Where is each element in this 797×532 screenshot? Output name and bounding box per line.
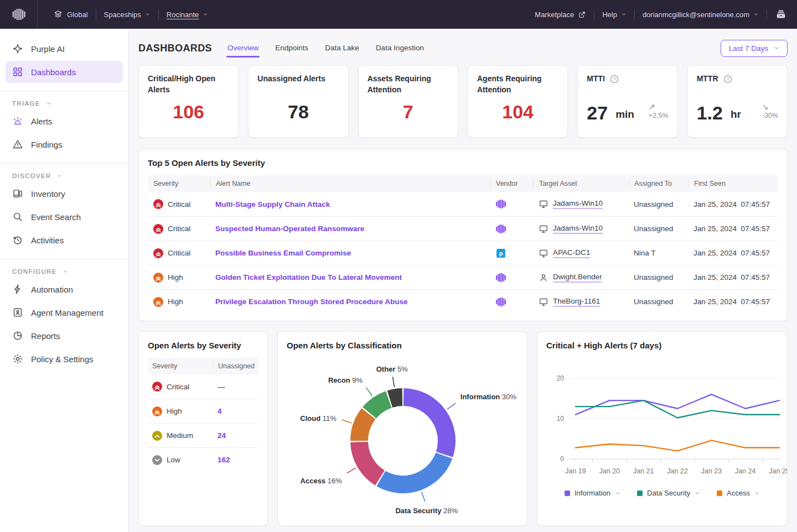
x-axis-label: Jan 25 (769, 467, 788, 475)
target-asset-link[interactable]: Dwight.Bender (553, 273, 602, 283)
severity-table-body: Critical — High 4 Medium 24 Low 162 (148, 374, 258, 472)
column-header-first-seen: First Seen (688, 179, 778, 188)
question-circle-icon[interactable]: ? (723, 74, 733, 84)
sidebar-item-automation[interactable]: Automation (6, 278, 123, 300)
account-selector[interactable]: Spaceships (104, 11, 151, 19)
x-axis-label: Jan 22 (667, 467, 688, 475)
delta-value: +2.5% (649, 112, 669, 121)
y-axis-tick-label: 10 (557, 415, 565, 423)
alert-name-link[interactable]: Golden Ticket Exploitation Due To Latera… (215, 273, 402, 281)
legend-swatch (565, 491, 570, 496)
kpi-value: 104 (502, 101, 534, 123)
layers-icon (53, 9, 63, 19)
sentinelone-logo[interactable] (0, 0, 38, 29)
time-range-button[interactable]: Last 7 Days (721, 40, 788, 57)
sentinelone-vendor-icon (495, 223, 506, 234)
site-selector[interactable]: Rocinante (167, 11, 209, 19)
alert-name-link[interactable]: Multi-Stage Supply Chain Attack (215, 200, 330, 208)
sidebar-item-inventory[interactable]: Inventory (6, 182, 123, 205)
x-axis-label: Jan 24 (735, 467, 756, 475)
legend-item-access[interactable]: Access (717, 489, 760, 497)
severity-row: High 4 (148, 399, 258, 423)
legend-label: Information (575, 489, 610, 497)
unassigned-count-link[interactable]: 4 (213, 407, 258, 415)
severity-label: Critical (167, 383, 189, 391)
target-asset-link[interactable]: Jadams-Win10 (553, 199, 603, 209)
sidebar-item-activities[interactable]: Activities (6, 229, 123, 251)
metric-delta: ↗ +2.5% (649, 102, 669, 122)
scope-global-label: Global (67, 11, 88, 19)
card-title: Open Alerts by Classification (287, 341, 518, 350)
help-menu[interactable]: Help (602, 11, 627, 19)
sidebar-item-label: Automation (31, 285, 73, 294)
severity-badge-icon (153, 273, 163, 283)
scope-selector[interactable]: Global (53, 9, 88, 19)
tab-overview[interactable]: Overview (226, 39, 260, 58)
severity-label: Low (167, 456, 180, 464)
delta-value: -30% (762, 112, 778, 121)
chevron-down-icon (695, 491, 700, 496)
question-circle-icon[interactable]: ? (609, 74, 619, 84)
table-row: Critical Possible Business Email Comprom… (148, 241, 778, 265)
alert-name-link[interactable]: Suspected Human-Operated Ransomware (215, 225, 364, 233)
section-label: TRIAGE (12, 100, 40, 107)
severity-row: Medium 24 (148, 423, 258, 447)
chevron-down-icon (46, 101, 51, 106)
chevron-down-icon (621, 12, 627, 17)
alert-name-link[interactable]: Privilege Escalation Through Stored Proc… (215, 298, 408, 306)
unassigned-count-link[interactable]: — (213, 383, 258, 391)
sidebar-item-findings[interactable]: Findings (6, 133, 123, 155)
assigned-to: Unassigned (634, 273, 673, 281)
sidebar-item-reports[interactable]: Reports (6, 325, 123, 347)
alerts-table-body: Critical Multi-Stage Supply Chain Attack… (148, 192, 778, 314)
kpi-critical-high-open-alerts: Critical/High Open Alerts 106 (138, 65, 239, 138)
target-asset-link[interactable]: APAC-DC1 (553, 248, 590, 258)
severity-label: Critical (168, 200, 190, 208)
tab-data-ingestion[interactable]: Data Ingestion (375, 39, 425, 58)
metric-delta: ↘ -30% (762, 102, 778, 122)
marketplace-link[interactable]: Marketplace (535, 11, 586, 19)
unassigned-count-link[interactable]: 162 (213, 456, 258, 464)
alert-name-link[interactable]: Possible Business Email Compromise (215, 249, 351, 257)
first-seen: Jan 25, 2024 07:45:57 (694, 273, 770, 281)
sidebar-section-triage[interactable]: TRIAGE (12, 100, 116, 107)
first-seen: Jan 25, 2024 07:45:57 (694, 298, 770, 306)
sidebar-item-agent-management[interactable]: Agent Management (6, 301, 123, 324)
sidebar-section-configure[interactable]: CONFIGURE (12, 268, 116, 275)
sidebar-item-alerts[interactable]: Alerts (6, 110, 123, 132)
donut-label: Recon 9% (328, 376, 363, 384)
unassigned-count-link[interactable]: 24 (213, 431, 258, 440)
sidebar-item-purple-ai[interactable]: Purple AI (6, 38, 123, 60)
donut-leader-line (447, 403, 456, 409)
sidebar-section-discover[interactable]: DISCOVER (12, 173, 116, 179)
assigned-to: Unassigned (634, 225, 673, 233)
donut-segment-data-security[interactable] (376, 452, 452, 493)
sidebar-item-dashboards[interactable]: Dashboards (6, 61, 123, 83)
user-account-menu[interactable]: dorianmcgillick@sentinelone.com (643, 11, 759, 19)
sidebar-item-policy-settings[interactable]: Policy & Settings (6, 348, 123, 370)
target-asset-link[interactable]: Jadams-Win10 (553, 224, 603, 234)
kpi-mttr: MTTR ? 1.2 hr ↘ -30% (687, 65, 788, 138)
dashboards-icon (12, 66, 23, 77)
legend-item-information[interactable]: Information (565, 489, 620, 497)
kpi-agents-requiring-attention: Agents Requiring Attention 104 (468, 65, 568, 138)
table-header: Severity Alert Name Vendor Target Asset … (148, 175, 778, 192)
trend-up-icon: ↗ (649, 102, 655, 112)
gear-icon (12, 353, 23, 364)
proofpoint-vendor-icon: p (495, 248, 506, 259)
target-asset-link[interactable]: TheBorg-1161 (553, 297, 600, 307)
legend-item-data-security[interactable]: Data Security (637, 489, 700, 497)
console-stack-button[interactable] (775, 8, 787, 20)
sidebar-navigation: Purple AI Dashboards TRIAGE Alerts Findi… (0, 29, 129, 532)
kpi-value: 7 (403, 101, 413, 123)
kpi-title: Unassigned Alerts (257, 74, 325, 85)
sidebar-item-event-search[interactable]: Event Search (6, 206, 123, 228)
donut-segment-information[interactable] (403, 388, 456, 457)
assigned-to: Nina T (634, 249, 656, 257)
tab-endpoints[interactable]: Endpoints (274, 39, 309, 58)
console-stack-icon (775, 8, 787, 20)
donut-leader-line (393, 377, 395, 387)
computer-icon (539, 224, 548, 234)
tab-data-lake[interactable]: Data Lake (324, 39, 360, 58)
donut-segment-access[interactable] (350, 442, 385, 486)
